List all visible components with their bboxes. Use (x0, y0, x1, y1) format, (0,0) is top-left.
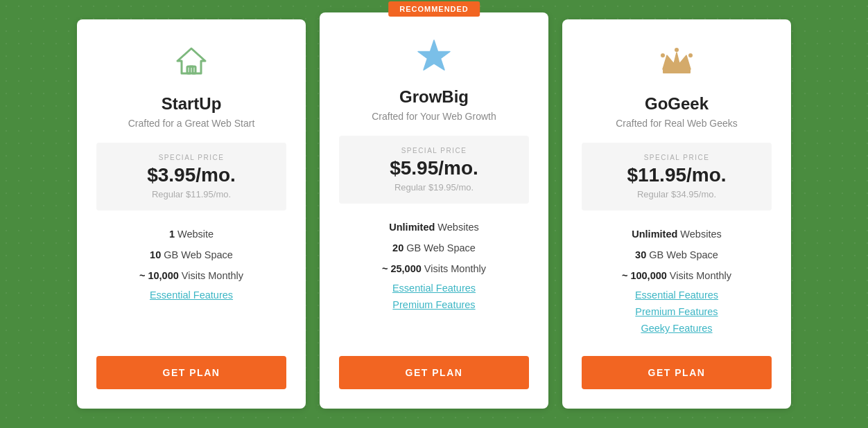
feature-item-gogeek-0: Unlimited Websites (582, 227, 772, 241)
feature-link-startup-0[interactable]: Essential Features (96, 289, 286, 301)
feature-item-growbig-2: ~ 25,000 Visits Monthly (339, 262, 529, 276)
feature-item-startup-1: 10 GB Web Space (96, 248, 286, 262)
price-label-gogeek: SPECIAL PRICE (589, 154, 765, 161)
price-box-startup: SPECIAL PRICE $3.95/mo. Regular $11.95/m… (96, 143, 286, 211)
feature-link-growbig-1[interactable]: Premium Features (339, 299, 529, 310)
plan-tagline-startup: Crafted for a Great Web Start (128, 118, 255, 129)
price-amount-growbig: $5.95/mo. (346, 157, 522, 179)
recommended-badge: RECOMMENDED (388, 1, 480, 17)
house-icon (169, 40, 214, 84)
feature-item-gogeek-1: 30 GB Web Space (582, 248, 772, 262)
price-regular-growbig: Regular $19.95/mo. (346, 182, 522, 193)
features-list-gogeek: Unlimited Websites30 GB Web Space~ 100,0… (582, 227, 772, 340)
star-icon (412, 33, 456, 78)
svg-point-4 (675, 48, 679, 52)
feature-link-gogeek-1[interactable]: Premium Features (582, 306, 772, 317)
price-amount-gogeek: $11.95/mo. (589, 164, 765, 186)
features-list-growbig: Unlimited Websites20 GB Web Space~ 25,00… (339, 220, 529, 340)
plan-tagline-growbig: Crafted for Your Web Growth (372, 111, 496, 122)
svg-rect-0 (187, 66, 196, 73)
price-box-growbig: SPECIAL PRICE $5.95/mo. Regular $19.95/m… (339, 136, 529, 204)
feature-link-growbig-0[interactable]: Essential Features (339, 283, 529, 294)
get-plan-button-gogeek[interactable]: GET PLAN (582, 356, 772, 389)
feature-item-growbig-0: Unlimited Websites (339, 220, 529, 234)
plan-card-growbig: RECOMMENDED GrowBigCrafted for Your Web … (320, 12, 548, 409)
feature-item-growbig-1: 20 GB Web Space (339, 241, 529, 255)
plan-tagline-gogeek: Crafted for Real Web Geeks (616, 118, 738, 129)
get-plan-button-growbig[interactable]: GET PLAN (339, 356, 529, 389)
price-label-growbig: SPECIAL PRICE (346, 147, 522, 154)
svg-rect-1 (663, 69, 691, 73)
feature-item-gogeek-2: ~ 100,000 Visits Monthly (582, 269, 772, 283)
plan-card-startup: StartUpCrafted for a Great Web Start SPE… (77, 19, 306, 409)
features-list-startup: 1 Website10 GB Web Space~ 10,000 Visits … (96, 227, 286, 340)
price-label-startup: SPECIAL PRICE (103, 154, 279, 161)
feature-item-startup-0: 1 Website (96, 227, 286, 241)
price-regular-gogeek: Regular $34.95/mo. (589, 189, 765, 199)
svg-point-2 (661, 53, 665, 57)
plan-card-gogeek: GoGeekCrafted for Real Web Geeks SPECIAL… (562, 19, 791, 409)
get-plan-button-startup[interactable]: GET PLAN (96, 356, 286, 389)
feature-link-gogeek-2[interactable]: Geeky Features (582, 323, 772, 334)
feature-link-gogeek-0[interactable]: Essential Features (582, 289, 772, 301)
price-amount-startup: $3.95/mo. (103, 164, 279, 186)
price-box-gogeek: SPECIAL PRICE $11.95/mo. Regular $34.95/… (582, 143, 772, 211)
crown-icon (654, 40, 699, 84)
feature-item-startup-2: ~ 10,000 Visits Monthly (96, 269, 286, 283)
plan-name-growbig: GrowBig (399, 87, 469, 107)
svg-point-3 (688, 53, 693, 57)
plan-name-startup: StartUp (162, 94, 222, 114)
price-regular-startup: Regular $11.95/mo. (103, 189, 279, 199)
pricing-container: StartUpCrafted for a Great Web Start SPE… (70, 19, 798, 409)
plan-name-gogeek: GoGeek (645, 94, 709, 114)
